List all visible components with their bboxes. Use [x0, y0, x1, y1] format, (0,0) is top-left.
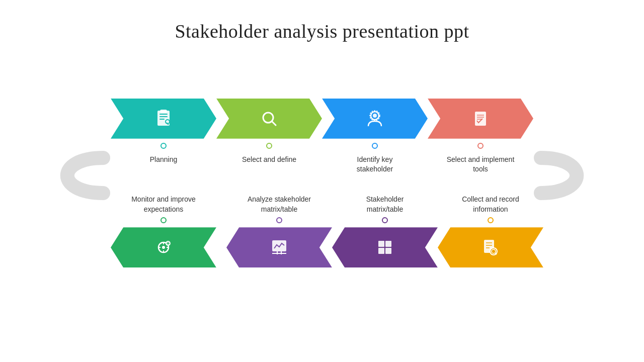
- svg-rect-26: [385, 248, 391, 254]
- chevron-select-define: [216, 99, 322, 139]
- svg-rect-4: [160, 110, 167, 113]
- chevron-monitor: [111, 227, 216, 267]
- arrow-item-collect: Collect and recordinformation: [433, 195, 548, 267]
- svg-rect-24: [385, 241, 391, 247]
- label-stakeholder-matrix: Stakeholdermatrix/table: [366, 195, 404, 214]
- diagram: Planning Select and define: [45, 57, 599, 309]
- dot-collect: [488, 217, 494, 223]
- label-collect: Collect and recordinformation: [462, 195, 519, 214]
- svg-rect-1: [159, 114, 168, 115]
- label-select-implement: Select and implementtools: [447, 155, 515, 174]
- slide: Stakeholder analysis presentation ppt: [0, 0, 644, 362]
- svg-rect-2: [159, 116, 168, 117]
- bottom-row: Collect and recordinformation: [45, 195, 599, 267]
- chevron-select-implement: [428, 99, 533, 139]
- label-analyze: Analyze stakeholdermatrix/table: [248, 195, 311, 214]
- svg-point-32: [162, 246, 165, 249]
- collect-icon: [481, 238, 500, 256]
- monitor-icon: [154, 238, 173, 256]
- rows-wrapper: Planning Select and define: [45, 99, 599, 267]
- arrow-item-monitor: Monitor and improveexpectations: [106, 195, 221, 267]
- dot-stakeholder-matrix: [382, 217, 388, 223]
- stakeholder-matrix-icon: [376, 238, 394, 256]
- svg-rect-23: [378, 241, 384, 247]
- top-row: Planning Select and define: [45, 99, 599, 174]
- svg-rect-27: [272, 240, 286, 251]
- svg-line-8: [272, 121, 276, 125]
- analyze-icon: [270, 238, 288, 256]
- chevron-stakeholder-matrix: [332, 227, 438, 267]
- dot-monitor: [160, 217, 167, 223]
- chevron-collect: [438, 227, 543, 267]
- svg-point-10: [373, 114, 377, 118]
- arrow-item-select-define: Select and define: [211, 99, 327, 165]
- arrow-item-analyze: Analyze stakeholdermatrix/table: [221, 195, 337, 267]
- arrow-item-planning: Planning: [106, 99, 221, 165]
- dot-analyze: [276, 217, 282, 223]
- svg-rect-25: [378, 248, 384, 254]
- dot-identify: [372, 143, 378, 149]
- label-planning: Planning: [150, 155, 178, 165]
- dot-select-define: [266, 143, 272, 149]
- arrow-item-stakeholder-matrix: Stakeholdermatrix/table: [327, 195, 443, 267]
- chevron-planning: [111, 99, 216, 139]
- select-implement-icon: [471, 110, 490, 128]
- label-monitor: Monitor and improveexpectations: [131, 195, 196, 214]
- label-select-define: Select and define: [242, 155, 296, 165]
- chevron-analyze: [226, 227, 332, 267]
- slide-title: Stakeholder analysis presentation ppt: [175, 20, 469, 42]
- svg-rect-3: [159, 119, 165, 120]
- dot-select-implement: [477, 143, 484, 149]
- identify-icon: [365, 109, 384, 128]
- arrow-item-identify: Identify keystakeholder: [317, 99, 433, 174]
- svg-rect-12: [475, 112, 486, 126]
- chevron-identify: [322, 99, 428, 139]
- label-identify: Identify keystakeholder: [357, 155, 393, 174]
- arrow-item-select-implement: Select and implementtools: [423, 99, 538, 174]
- select-define-icon: [260, 109, 279, 128]
- dot-planning: [160, 143, 167, 149]
- planning-icon: [153, 109, 174, 129]
